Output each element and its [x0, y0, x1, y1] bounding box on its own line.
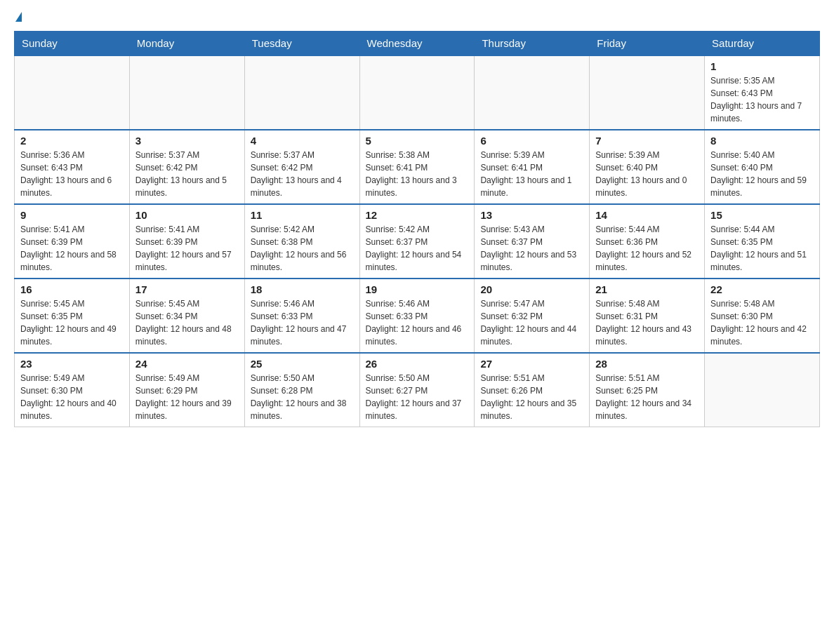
- day-info: Sunrise: 5:51 AMSunset: 6:25 PMDaylight:…: [595, 372, 699, 422]
- day-info: Sunrise: 5:50 AMSunset: 6:27 PMDaylight:…: [366, 372, 469, 422]
- week-row-1: 1Sunrise: 5:35 AMSunset: 6:43 PMDaylight…: [15, 55, 820, 130]
- day-info: Sunrise: 5:51 AMSunset: 6:26 PMDaylight:…: [480, 372, 583, 422]
- week-row-5: 23Sunrise: 5:49 AMSunset: 6:30 PMDayligh…: [15, 353, 820, 427]
- calendar-cell: [359, 55, 475, 130]
- calendar-cell: 21Sunrise: 5:48 AMSunset: 6:31 PMDayligh…: [590, 279, 705, 353]
- calendar-cell: 17Sunrise: 5:45 AMSunset: 6:34 PMDayligh…: [129, 279, 244, 353]
- calendar-cell: 10Sunrise: 5:41 AMSunset: 6:39 PMDayligh…: [129, 204, 244, 279]
- day-number: 21: [595, 283, 699, 295]
- calendar-cell: 4Sunrise: 5:37 AMSunset: 6:42 PMDaylight…: [244, 130, 359, 204]
- calendar-cell: 1Sunrise: 5:35 AMSunset: 6:43 PMDaylight…: [705, 55, 820, 130]
- calendar-cell: 12Sunrise: 5:42 AMSunset: 6:37 PMDayligh…: [359, 204, 475, 279]
- day-number: 19: [366, 283, 469, 295]
- calendar-cell: [590, 55, 705, 130]
- day-number: 12: [366, 209, 469, 221]
- day-number: 6: [480, 135, 583, 147]
- calendar-cell: [705, 353, 820, 427]
- day-number: 5: [366, 135, 469, 147]
- day-info: Sunrise: 5:35 AMSunset: 6:43 PMDaylight:…: [710, 74, 814, 125]
- day-number: 9: [20, 209, 124, 221]
- calendar-cell: 11Sunrise: 5:42 AMSunset: 6:38 PMDayligh…: [244, 204, 359, 279]
- day-info: Sunrise: 5:41 AMSunset: 6:39 PMDaylight:…: [20, 223, 124, 274]
- day-info: Sunrise: 5:41 AMSunset: 6:39 PMDaylight:…: [135, 223, 239, 274]
- day-number: 18: [251, 283, 354, 295]
- weekday-header-tuesday: Tuesday: [244, 32, 359, 56]
- day-number: 22: [710, 283, 814, 295]
- calendar-cell: 22Sunrise: 5:48 AMSunset: 6:30 PMDayligh…: [705, 279, 820, 353]
- calendar-cell: 16Sunrise: 5:45 AMSunset: 6:35 PMDayligh…: [15, 279, 130, 353]
- calendar-cell: 24Sunrise: 5:49 AMSunset: 6:29 PMDayligh…: [129, 353, 244, 427]
- day-number: 14: [595, 209, 699, 221]
- day-number: 10: [135, 209, 239, 221]
- weekday-header-thursday: Thursday: [475, 32, 590, 56]
- day-info: Sunrise: 5:46 AMSunset: 6:33 PMDaylight:…: [366, 297, 469, 348]
- day-info: Sunrise: 5:40 AMSunset: 6:40 PMDaylight:…: [710, 149, 814, 199]
- week-row-2: 2Sunrise: 5:36 AMSunset: 6:43 PMDaylight…: [15, 130, 820, 204]
- calendar-cell: 13Sunrise: 5:43 AMSunset: 6:37 PMDayligh…: [475, 204, 590, 279]
- day-number: 2: [20, 135, 124, 147]
- day-info: Sunrise: 5:49 AMSunset: 6:29 PMDaylight:…: [135, 372, 239, 422]
- week-row-4: 16Sunrise: 5:45 AMSunset: 6:35 PMDayligh…: [15, 279, 820, 353]
- day-number: 28: [595, 358, 699, 370]
- calendar-cell: 18Sunrise: 5:46 AMSunset: 6:33 PMDayligh…: [244, 279, 359, 353]
- day-number: 26: [366, 358, 469, 370]
- calendar-cell: [475, 55, 590, 130]
- calendar-cell: 23Sunrise: 5:49 AMSunset: 6:30 PMDayligh…: [15, 353, 130, 427]
- day-number: 3: [135, 135, 239, 147]
- calendar-cell: 9Sunrise: 5:41 AMSunset: 6:39 PMDaylight…: [15, 204, 130, 279]
- day-number: 25: [251, 358, 354, 370]
- day-info: Sunrise: 5:43 AMSunset: 6:37 PMDaylight:…: [480, 223, 583, 274]
- calendar-cell: 3Sunrise: 5:37 AMSunset: 6:42 PMDaylight…: [129, 130, 244, 204]
- calendar-cell: 5Sunrise: 5:38 AMSunset: 6:41 PMDaylight…: [359, 130, 475, 204]
- calendar-cell: [15, 55, 130, 130]
- week-row-3: 9Sunrise: 5:41 AMSunset: 6:39 PMDaylight…: [15, 204, 820, 279]
- calendar-cell: 15Sunrise: 5:44 AMSunset: 6:35 PMDayligh…: [705, 204, 820, 279]
- calendar-cell: 28Sunrise: 5:51 AMSunset: 6:25 PMDayligh…: [590, 353, 705, 427]
- day-info: Sunrise: 5:39 AMSunset: 6:40 PMDaylight:…: [595, 149, 699, 199]
- weekday-header-wednesday: Wednesday: [359, 32, 475, 56]
- calendar-cell: [244, 55, 359, 130]
- calendar-cell: [129, 55, 244, 130]
- day-number: 16: [20, 283, 124, 295]
- day-info: Sunrise: 5:50 AMSunset: 6:28 PMDaylight:…: [251, 372, 354, 422]
- day-number: 1: [710, 60, 814, 72]
- day-info: Sunrise: 5:47 AMSunset: 6:32 PMDaylight:…: [480, 297, 583, 348]
- calendar-cell: 2Sunrise: 5:36 AMSunset: 6:43 PMDaylight…: [15, 130, 130, 204]
- calendar-cell: 14Sunrise: 5:44 AMSunset: 6:36 PMDayligh…: [590, 204, 705, 279]
- day-number: 20: [480, 283, 583, 295]
- day-info: Sunrise: 5:49 AMSunset: 6:30 PMDaylight:…: [20, 372, 124, 422]
- day-info: Sunrise: 5:39 AMSunset: 6:41 PMDaylight:…: [480, 149, 583, 199]
- day-info: Sunrise: 5:48 AMSunset: 6:30 PMDaylight:…: [710, 297, 814, 348]
- day-info: Sunrise: 5:36 AMSunset: 6:43 PMDaylight:…: [20, 149, 124, 199]
- day-info: Sunrise: 5:44 AMSunset: 6:35 PMDaylight:…: [710, 223, 814, 274]
- day-number: 7: [595, 135, 699, 147]
- calendar-cell: 20Sunrise: 5:47 AMSunset: 6:32 PMDayligh…: [475, 279, 590, 353]
- day-number: 15: [710, 209, 814, 221]
- weekday-header-friday: Friday: [590, 32, 705, 56]
- day-info: Sunrise: 5:44 AMSunset: 6:36 PMDaylight:…: [595, 223, 699, 274]
- calendar-cell: 27Sunrise: 5:51 AMSunset: 6:26 PMDayligh…: [475, 353, 590, 427]
- day-number: 17: [135, 283, 239, 295]
- day-info: Sunrise: 5:45 AMSunset: 6:34 PMDaylight:…: [135, 297, 239, 348]
- day-number: 8: [710, 135, 814, 147]
- calendar-cell: 7Sunrise: 5:39 AMSunset: 6:40 PMDaylight…: [590, 130, 705, 204]
- day-info: Sunrise: 5:37 AMSunset: 6:42 PMDaylight:…: [251, 149, 354, 199]
- day-number: 27: [480, 358, 583, 370]
- weekday-header-monday: Monday: [129, 32, 244, 56]
- logo-arrow-icon: [15, 12, 22, 22]
- calendar-cell: 25Sunrise: 5:50 AMSunset: 6:28 PMDayligh…: [244, 353, 359, 427]
- calendar-cell: 26Sunrise: 5:50 AMSunset: 6:27 PMDayligh…: [359, 353, 475, 427]
- calendar-table: SundayMondayTuesdayWednesdayThursdayFrid…: [14, 31, 820, 427]
- day-info: Sunrise: 5:38 AMSunset: 6:41 PMDaylight:…: [366, 149, 469, 199]
- day-number: 11: [251, 209, 354, 221]
- day-number: 24: [135, 358, 239, 370]
- logo: [14, 14, 22, 24]
- day-info: Sunrise: 5:45 AMSunset: 6:35 PMDaylight:…: [20, 297, 124, 348]
- weekday-header-sunday: Sunday: [15, 32, 130, 56]
- page-header: [14, 14, 820, 24]
- calendar-cell: 8Sunrise: 5:40 AMSunset: 6:40 PMDaylight…: [705, 130, 820, 204]
- day-number: 13: [480, 209, 583, 221]
- day-info: Sunrise: 5:48 AMSunset: 6:31 PMDaylight:…: [595, 297, 699, 348]
- day-number: 4: [251, 135, 354, 147]
- day-info: Sunrise: 5:37 AMSunset: 6:42 PMDaylight:…: [135, 149, 239, 199]
